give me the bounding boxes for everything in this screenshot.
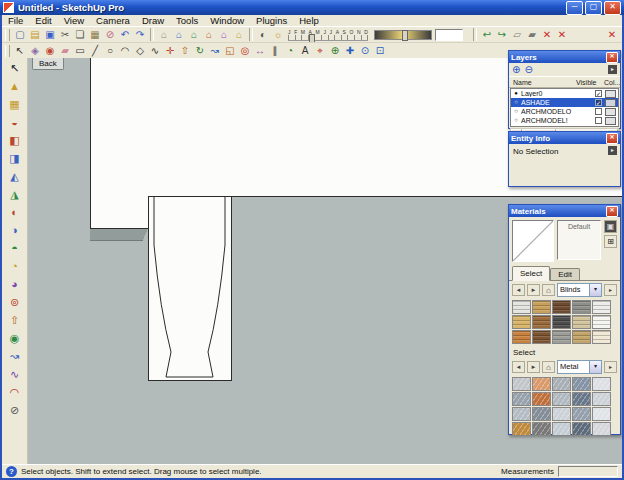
in-model-home-icon[interactable]: ⌂ [542, 284, 555, 296]
material-swatch[interactable] [532, 422, 551, 436]
toolbar-grip[interactable] [5, 29, 10, 41]
dimension-button[interactable]: ∥ [268, 44, 282, 58]
material-swatch[interactable] [552, 330, 571, 344]
material-swatch[interactable] [532, 330, 551, 344]
material-swatch[interactable] [592, 407, 611, 421]
bezier-curve-tool[interactable]: ◠ [5, 384, 24, 401]
material-swatch[interactable] [532, 392, 551, 406]
undo-button[interactable]: ↶ [118, 28, 132, 42]
menu-help[interactable]: Help [293, 15, 325, 26]
polygon-tool-button[interactable]: ◇ [133, 44, 147, 58]
help-icon[interactable]: ? [6, 466, 17, 477]
stamp-tool[interactable]: ◧ [5, 132, 24, 149]
material-swatch[interactable] [592, 300, 611, 314]
toolbar-close-button-3[interactable]: ✕ [605, 28, 619, 42]
material-swatch[interactable] [532, 315, 551, 329]
menu-edit[interactable]: Edit [29, 15, 57, 26]
layer-name[interactable]: Layer0 [521, 90, 586, 97]
material-swatch[interactable] [572, 407, 591, 421]
rectangle-tool-button[interactable]: ▭ [73, 44, 87, 58]
materials-titlebar[interactable]: Materials ✕ [509, 205, 620, 217]
zoom-tool-button[interactable]: ⊙ [358, 44, 372, 58]
new-button[interactable]: ▢ [13, 28, 27, 42]
save-button[interactable]: ▣ [43, 28, 57, 42]
layer-row-archmodel[interactable]: ○ ARCHMODEL! [511, 116, 618, 125]
layer-radio[interactable]: ○ [511, 107, 521, 116]
view-right-button[interactable]: ⌂ [202, 28, 216, 42]
date-slider-track[interactable] [288, 35, 368, 41]
layer-color-swatch[interactable] [605, 117, 616, 125]
paste-button[interactable]: ▦ [88, 28, 102, 42]
move-tool-button[interactable]: ✛ [163, 44, 177, 58]
material-swatch[interactable] [572, 377, 591, 391]
material-swatch[interactable] [552, 392, 571, 406]
shadow-time-slider[interactable] [374, 30, 432, 40]
wall-shadow-face[interactable] [90, 228, 148, 240]
material-swatch[interactable] [512, 422, 531, 436]
layer-radio[interactable]: ● [511, 89, 521, 98]
zoom-extents-button[interactable]: ⊡ [373, 44, 387, 58]
sandbox-from-scratch-tool[interactable]: ▦ [5, 96, 24, 113]
collections-forward-icon[interactable]: ► [527, 284, 540, 296]
layer-name[interactable]: ARCHMODELO [521, 108, 586, 115]
rotate-tool-button[interactable]: ↻ [193, 44, 207, 58]
material-swatch[interactable] [512, 392, 531, 406]
select-tool-button[interactable]: ↖ [13, 44, 27, 58]
layer-row-layer0[interactable]: ● Layer0 ✓ [511, 89, 618, 98]
layer-row-archmodelo[interactable]: ○ ARCHMODELO [511, 107, 618, 116]
weld-edges-tool[interactable]: ∿ [5, 366, 24, 383]
select-arrow-tool[interactable]: ↖ [5, 60, 24, 77]
layer-radio[interactable]: ○ [511, 116, 521, 125]
tab-edit[interactable]: Edit [550, 268, 580, 280]
circle-tool-button[interactable]: ○ [103, 44, 117, 58]
menu-draw[interactable]: Draw [136, 15, 170, 26]
layers-col-name[interactable]: Name [509, 79, 576, 86]
eraser-tool-button[interactable]: ▰ [58, 44, 72, 58]
layer-visible-checkbox[interactable] [595, 117, 602, 124]
material-swatch[interactable] [512, 315, 531, 329]
freehand-tool-button[interactable]: ∿ [148, 44, 162, 58]
next-view-button[interactable]: ↪ [495, 28, 509, 42]
layer-row-ashade[interactable]: ○ ASHADE ✓ [511, 98, 618, 107]
add-detail-tool[interactable]: ◭ [5, 168, 24, 185]
layer-visible-checkbox[interactable]: ✓ [595, 90, 602, 97]
layer-name[interactable]: ARCHMODEL! [521, 117, 586, 124]
outer-shell-tool[interactable]: ⊚ [5, 294, 24, 311]
material-swatch[interactable] [532, 300, 551, 314]
orbit-tool-button[interactable]: ⊕ [328, 44, 342, 58]
menu-view[interactable]: View [58, 15, 90, 26]
view-front-button[interactable]: ⌂ [187, 28, 201, 42]
collection-dropdown-1[interactable]: Blinds ▾ [557, 283, 602, 297]
round-corner-tool[interactable]: ◉ [5, 330, 24, 347]
layers-details-icon[interactable]: ▸ [608, 65, 617, 74]
layers-col-color[interactable]: Col... [604, 79, 620, 86]
material-swatch[interactable] [552, 315, 571, 329]
material-swatch[interactable] [572, 422, 591, 436]
add-layer-button[interactable]: ⊕ [512, 63, 520, 76]
material-swatch[interactable] [592, 330, 611, 344]
layers-col-visible[interactable]: Visible [576, 79, 604, 86]
scene-tab-back[interactable]: Back [32, 58, 64, 70]
layers-close-icon[interactable]: ✕ [606, 52, 618, 63]
sandbox-from-contours-tool[interactable]: ▲ [5, 78, 24, 95]
menu-file[interactable]: File [2, 15, 29, 26]
dropdown-arrow-icon[interactable]: ▾ [589, 284, 601, 296]
toolbar-grip[interactable] [5, 45, 10, 57]
collections-back-icon[interactable]: ◄ [512, 284, 525, 296]
layer-color-swatch[interactable] [605, 90, 616, 98]
menu-camera[interactable]: Camera [90, 15, 136, 26]
scale-tool-button[interactable]: ◱ [223, 44, 237, 58]
smoove-tool[interactable]: ◒ [5, 114, 24, 131]
material-swatch[interactable] [592, 377, 611, 391]
close-button[interactable]: ✕ [604, 1, 621, 15]
remove-layer-button[interactable]: ⊖ [524, 63, 532, 76]
solid-union-tool[interactable]: ◐ [5, 204, 24, 221]
material-swatch[interactable] [552, 422, 571, 436]
flip-edge-tool[interactable]: ◮ [5, 186, 24, 203]
cut-button[interactable]: ✂ [58, 28, 72, 42]
line-tool-button[interactable]: ╱ [88, 44, 102, 58]
menu-plugins[interactable]: Plugins [250, 15, 293, 26]
arc-tool-button[interactable]: ◠ [118, 44, 132, 58]
material-swatch[interactable] [592, 422, 611, 436]
toolbar-close-button-2[interactable]: ✕ [555, 28, 569, 42]
